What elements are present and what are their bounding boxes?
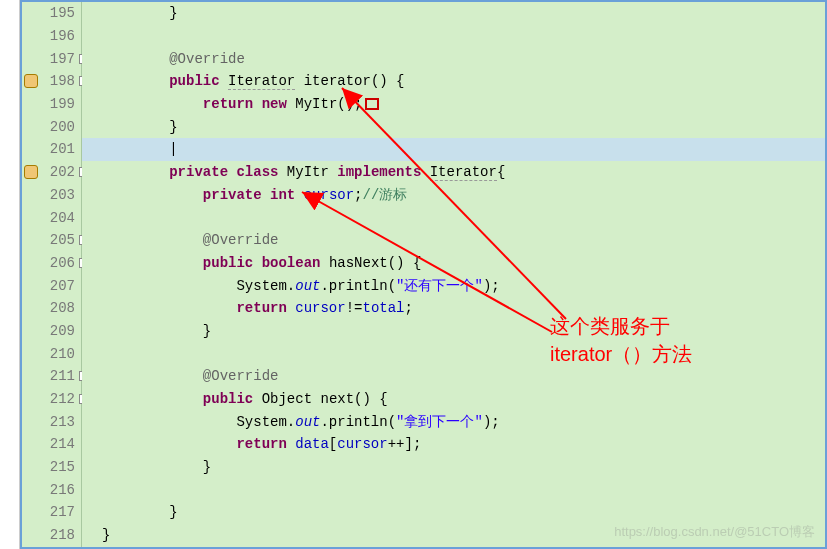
gutter-line: 207 xyxy=(22,274,81,297)
gutter-line: 209 xyxy=(22,320,81,343)
gutter-line: 198- xyxy=(22,70,81,93)
code-line: public boolean hasNext() { xyxy=(82,252,825,275)
code-line: } xyxy=(82,2,825,25)
code-line: private class MyItr implements Iterator{ xyxy=(82,161,825,184)
code-line: } xyxy=(82,115,825,138)
warning-icon[interactable] xyxy=(24,74,38,88)
code-line xyxy=(82,206,825,229)
code-line: return new MyItr(); xyxy=(82,93,825,116)
gutter-line: 197- xyxy=(22,47,81,70)
gutter-line: 217 xyxy=(22,501,81,524)
gutter-line: 214 xyxy=(22,433,81,456)
code-line: return data[cursor++]; xyxy=(82,433,825,456)
gutter-line: 210 xyxy=(22,342,81,365)
gutter-line: 213 xyxy=(22,410,81,433)
watermark: https://blog.csdn.net/@51CTO博客 xyxy=(614,523,815,541)
code-line: @Override xyxy=(82,47,825,70)
gutter-line: 211- xyxy=(22,365,81,388)
gutter-line: 208 xyxy=(22,297,81,320)
code-area[interactable]: } @Override public Iterator iterator() {… xyxy=(82,2,825,547)
annotation-text: 这个类服务于 iterator（）方法 xyxy=(550,312,692,368)
gutter-line: 203 xyxy=(22,184,81,207)
line-gutter: 195 196 197- 198- 199 200 201 202- 203 2… xyxy=(22,2,82,547)
gutter-line: 216 xyxy=(22,478,81,501)
gutter-line: 205- xyxy=(22,229,81,252)
code-line-current: | xyxy=(82,138,825,161)
gutter-line: 201 xyxy=(22,138,81,161)
code-line: } xyxy=(82,456,825,479)
code-line: @Override xyxy=(82,365,825,388)
code-line xyxy=(82,25,825,48)
warning-icon[interactable] xyxy=(24,165,38,179)
code-line: } xyxy=(82,320,825,343)
editor-left-border xyxy=(0,0,20,549)
code-line: System.out.println("拿到下一个"); xyxy=(82,410,825,433)
code-line: return cursor!=total; xyxy=(82,297,825,320)
arrow-origin-marker xyxy=(365,98,379,110)
code-line: public Object next() { xyxy=(82,388,825,411)
gutter-line: 215 xyxy=(22,456,81,479)
gutter-line: 200 xyxy=(22,115,81,138)
code-line: System.out.println("还有下一个"); xyxy=(82,274,825,297)
code-line: @Override xyxy=(82,229,825,252)
code-line xyxy=(82,478,825,501)
code-editor[interactable]: 195 196 197- 198- 199 200 201 202- 203 2… xyxy=(20,0,827,549)
code-line: public Iterator iterator() { xyxy=(82,70,825,93)
code-line: } xyxy=(82,501,825,524)
gutter-line: 202- xyxy=(22,161,81,184)
code-line xyxy=(82,342,825,365)
gutter-line: 204 xyxy=(22,206,81,229)
gutter-line: 218 xyxy=(22,524,81,547)
gutter-line: 195 xyxy=(22,2,81,25)
gutter-line: 212- xyxy=(22,388,81,411)
gutter-line: 196 xyxy=(22,25,81,48)
gutter-line: 206- xyxy=(22,252,81,275)
gutter-line: 199 xyxy=(22,93,81,116)
code-line: private int cursor;//游标 xyxy=(82,184,825,207)
